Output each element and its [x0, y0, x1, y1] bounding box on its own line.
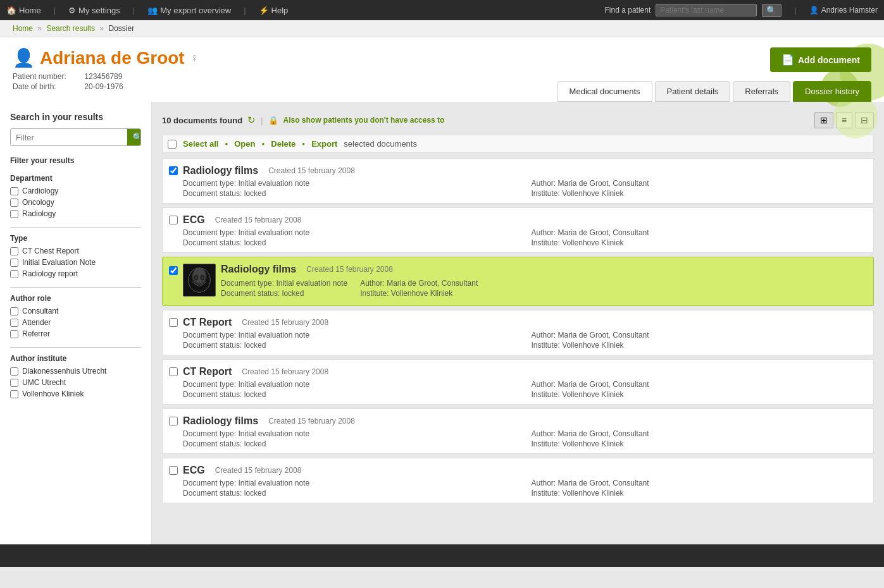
doc-row-4[interactable]: CT Report Created 15 february 2008 Docum… [162, 310, 874, 355]
doc-4-institute: Institute: Vollenhove Kliniek [532, 341, 868, 350]
inst-vollenhove[interactable]: Vollenhove Kliniek [10, 389, 141, 398]
doc-2-title: ECG [183, 214, 205, 226]
tab-medical-documents[interactable]: Medical documents [557, 81, 652, 102]
top-navigation: 🏠 Home | ⚙ My settings | 👥 My export ove… [0, 0, 884, 20]
breadcrumb-search-results[interactable]: Search results [46, 24, 95, 33]
doc-6-title: Radiology films [183, 415, 258, 427]
doc-row-2[interactable]: ECG Created 15 february 2008 Document ty… [162, 207, 874, 253]
dept-oncology[interactable]: Oncology [10, 198, 141, 207]
doc-2-type: Document type: Initial evaluation note [183, 228, 519, 237]
nav-separator-3: | [244, 6, 246, 15]
tab-dossier-history[interactable]: Dossier history [793, 81, 871, 102]
dept-cardiology[interactable]: Cardiology [10, 187, 141, 195]
tab-patient-details[interactable]: Patient details [655, 81, 731, 102]
doc-2-status: Document status: locked [183, 238, 519, 247]
role-consultant[interactable]: Consultant [10, 307, 141, 315]
type-section: Type CT Chest Report Initial Evaluation … [10, 234, 141, 278]
breadcrumb-home[interactable]: Home [13, 24, 33, 33]
role-attender-checkbox[interactable] [10, 319, 18, 327]
dept-oncology-checkbox[interactable] [10, 199, 18, 207]
doc-2-checkbox[interactable] [169, 216, 178, 224]
type-radiology-report-checkbox[interactable] [10, 270, 18, 278]
doc-row-3[interactable]: Radiology films Created 15 february 2008… [162, 257, 874, 306]
type-ct-chest[interactable]: CT Chest Report [10, 247, 141, 255]
grid-view-button[interactable]: ⊞ [814, 112, 833, 128]
list-view-button[interactable]: ≡ [836, 112, 852, 128]
tab-referrals[interactable]: Referrals [733, 81, 790, 102]
doc-3-checkbox[interactable] [169, 266, 178, 275]
help-icon: ⚡ [259, 6, 269, 15]
select-all-checkbox[interactable] [168, 140, 177, 149]
doc-4-status: Document status: locked [183, 341, 519, 350]
type-radiology-report[interactable]: Radiology report [10, 269, 141, 278]
doc-row-7[interactable]: ECG Created 15 february 2008 Document ty… [162, 458, 874, 503]
doc-row-1[interactable]: Radiology films Created 15 february 2008… [162, 158, 874, 204]
doc-5-checkbox[interactable] [169, 367, 178, 376]
inst-diakonessenhuis-checkbox[interactable] [10, 367, 18, 376]
doc-3-date: Created 15 february 2008 [306, 265, 393, 274]
doc-6-checkbox[interactable] [169, 417, 178, 426]
nav-separator-1: | [54, 6, 56, 15]
refresh-icon[interactable]: ↻ [247, 114, 256, 126]
department-label: Department [10, 174, 141, 183]
doc-5-title: CT Report [183, 366, 232, 377]
document-list-header: 10 documents found ↻ | 🔒 Also show patie… [162, 112, 874, 128]
view-controls: ⊞ ≡ ⊟ [814, 112, 874, 128]
bottom-bar [0, 544, 884, 567]
doc-1-checkbox[interactable] [169, 166, 178, 175]
find-patient-search-button[interactable]: 🔍 [762, 4, 781, 17]
type-initial-eval-checkbox[interactable] [10, 259, 18, 267]
nav-separator-2: | [133, 6, 135, 15]
dob: 20-09-1976 [84, 82, 123, 91]
select-all-button[interactable]: Select all [183, 139, 218, 149]
inst-diakonessenhuis[interactable]: Diakonessenhuis Utrecht [10, 367, 141, 376]
doc-4-checkbox[interactable] [169, 318, 178, 327]
doc-5-institute: Institute: Vollenhove Kliniek [532, 390, 868, 399]
doc-6-meta: Document type: Initial evaluation note A… [169, 429, 867, 448]
doc-3-thumbnail [183, 264, 216, 297]
export-icon: 👥 [147, 6, 158, 15]
dept-radiology[interactable]: Radiology [10, 209, 141, 218]
export-button[interactable]: Export [311, 139, 337, 149]
author-role-section: Author role Consultant Attender Referrer [10, 294, 141, 338]
doc-7-checkbox[interactable] [169, 466, 178, 475]
nav-my-settings[interactable]: ⚙ My settings [68, 6, 120, 15]
sidebar-divider-3 [10, 347, 141, 348]
role-attender[interactable]: Attender [10, 318, 141, 327]
doc-3-meta: Document type: Initial evaluation note A… [221, 279, 487, 298]
detail-view-button[interactable]: ⊟ [855, 112, 874, 128]
dept-cardiology-checkbox[interactable] [10, 187, 18, 195]
inst-umc-checkbox[interactable] [10, 379, 18, 387]
filter-results-section: Filter your results [10, 156, 141, 165]
type-ct-chest-checkbox[interactable] [10, 247, 18, 255]
open-button[interactable]: Open [234, 139, 255, 149]
doc-6-type: Document type: Initial evaluation note [183, 429, 519, 438]
inst-vollenhove-checkbox[interactable] [10, 390, 18, 398]
person-icon: 👤 [13, 47, 35, 68]
doc-7-meta: Document type: Initial evaluation note A… [169, 479, 867, 498]
type-label: Type [10, 234, 141, 243]
access-link[interactable]: Also show patients you don't have access… [283, 116, 445, 125]
role-consultant-checkbox[interactable] [10, 307, 18, 315]
patient-name: Adriana de Groot [40, 48, 185, 68]
doc-4-type: Document type: Initial evaluation note [183, 331, 519, 340]
role-referrer[interactable]: Referrer [10, 329, 141, 338]
doc-row-6[interactable]: Radiology films Created 15 february 2008… [162, 408, 874, 454]
doc-1-date: Created 15 february 2008 [268, 166, 355, 175]
filter-search-button[interactable]: 🔍 [127, 129, 141, 145]
role-referrer-checkbox[interactable] [10, 330, 18, 338]
delete-button[interactable]: Delete [271, 139, 296, 149]
author-institute-label: Author institute [10, 354, 141, 363]
inst-umc[interactable]: UMC Utrecht [10, 378, 141, 387]
nav-home[interactable]: 🏠 Home [6, 6, 41, 15]
filter-input[interactable] [11, 130, 127, 145]
doc-row-5[interactable]: CT Report Created 15 february 2008 Docum… [162, 359, 874, 405]
add-document-button[interactable]: 📄 Add document [770, 47, 871, 72]
dept-radiology-checkbox[interactable] [10, 210, 18, 218]
type-initial-eval[interactable]: Initial Evaluation Note [10, 258, 141, 267]
selected-label: selected documents [344, 139, 417, 149]
doc-3-status: Document status: locked [221, 289, 347, 298]
find-patient-input[interactable] [656, 4, 757, 16]
nav-help[interactable]: ⚡ Help [259, 6, 289, 15]
nav-export-overview[interactable]: 👥 My export overview [147, 6, 231, 15]
